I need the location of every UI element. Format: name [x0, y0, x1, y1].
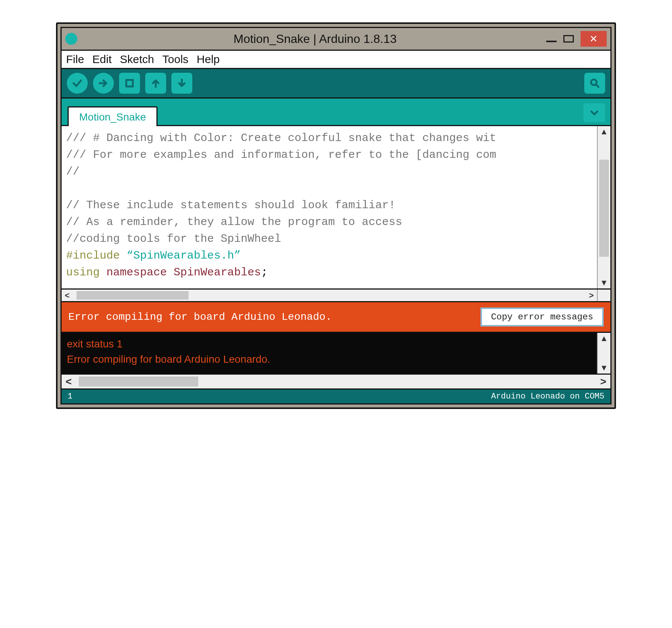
- code-line: // These include statements should look …: [66, 197, 592, 214]
- scroll-corner: [597, 290, 610, 301]
- hscroll-thumb[interactable]: [77, 291, 189, 300]
- scroll-up-icon[interactable]: ▲: [598, 127, 610, 137]
- editor-wrap: /// # Dancing with Color: Create colorfu…: [60, 126, 612, 290]
- console-line: exit status 1: [67, 337, 592, 352]
- console-line: Error compiling for board Arduino Leonar…: [67, 352, 592, 367]
- svg-rect-0: [126, 80, 133, 87]
- serial-monitor-button[interactable]: [584, 73, 605, 94]
- tab-active[interactable]: Motion_Snake: [68, 106, 158, 126]
- verify-button[interactable]: [67, 73, 88, 94]
- chevron-down-icon: [589, 107, 600, 118]
- board-port-status: Arduino Leonado on COM5: [491, 392, 604, 401]
- upload-button[interactable]: [93, 73, 114, 94]
- menubar: File Edit Sketch Tools Help: [60, 51, 612, 69]
- arrow-right-icon: [98, 78, 109, 89]
- new-button[interactable]: [119, 73, 140, 94]
- code-line: #include “SpinWearables.h”: [66, 247, 592, 264]
- arrow-up-icon: [150, 78, 161, 89]
- open-button[interactable]: [145, 73, 166, 94]
- copy-errors-button[interactable]: Copy error messages: [480, 307, 604, 327]
- menu-help[interactable]: Help: [197, 53, 220, 66]
- code-line: /// # Dancing with Color: Create colorfu…: [66, 130, 592, 147]
- arrow-down-icon: [176, 78, 187, 89]
- file-icon: [124, 78, 135, 89]
- editor-vertical-scrollbar[interactable]: ▲ ▼: [597, 126, 610, 288]
- hscroll-thumb[interactable]: [79, 377, 198, 387]
- code-editor[interactable]: /// # Dancing with Color: Create colorfu…: [62, 126, 597, 288]
- console-wrap: exit status 1Error compiling for board A…: [60, 333, 612, 375]
- app-window: Motion_Snake | Arduino 1.8.13 ✕ File Edi…: [56, 22, 616, 409]
- code-line: /// For more examples and information, r…: [66, 147, 592, 163]
- line-number: 1: [68, 392, 72, 401]
- scroll-down-icon[interactable]: ▼: [598, 278, 610, 288]
- menu-sketch[interactable]: Sketch: [120, 53, 154, 66]
- code-line: // As a reminder, they allow the program…: [66, 214, 592, 231]
- error-banner: Error compiling for board Arduino Leonad…: [60, 302, 612, 333]
- close-button[interactable]: ✕: [581, 31, 607, 47]
- menu-edit[interactable]: Edit: [92, 53, 112, 66]
- editor-horizontal-scrollbar[interactable]: < >: [60, 290, 612, 302]
- magnifier-icon: [589, 78, 600, 89]
- scroll-right-icon[interactable]: >: [586, 291, 597, 300]
- save-button[interactable]: [171, 73, 192, 94]
- code-line: //coding tools for the SpinWheel: [66, 231, 592, 247]
- scroll-thumb[interactable]: [599, 160, 609, 257]
- scroll-left-icon[interactable]: <: [62, 376, 76, 388]
- maximize-button[interactable]: [563, 35, 574, 43]
- check-icon: [72, 78, 83, 89]
- console-vertical-scrollbar[interactable]: ▲ ▼: [597, 333, 610, 374]
- status-bar: 1 Arduino Leonado on COM5: [60, 390, 612, 404]
- code-line: [66, 180, 592, 197]
- scroll-right-icon[interactable]: >: [596, 376, 610, 388]
- traffic-light-dot: [65, 33, 77, 45]
- menu-tools[interactable]: Tools: [162, 53, 189, 66]
- scroll-up-icon[interactable]: ▲: [600, 334, 608, 343]
- window-title: Motion_Snake | Arduino 1.8.13: [84, 32, 546, 46]
- window-controls: ✕: [546, 31, 607, 47]
- menu-file[interactable]: File: [66, 53, 84, 66]
- minimize-button[interactable]: [546, 41, 557, 42]
- scroll-down-icon[interactable]: ▼: [600, 363, 608, 373]
- error-message: Error compiling for board Arduino Leonad…: [68, 311, 332, 323]
- toolbar: [60, 69, 612, 99]
- scroll-left-icon[interactable]: <: [62, 291, 73, 300]
- tab-bar: Motion_Snake: [60, 99, 612, 126]
- console-output[interactable]: exit status 1Error compiling for board A…: [62, 333, 597, 374]
- code-line: //: [66, 163, 592, 180]
- console-horizontal-scrollbar[interactable]: < >: [60, 375, 612, 390]
- tab-menu-button[interactable]: [584, 103, 605, 122]
- code-line: using namespace SpinWearables;: [66, 264, 592, 281]
- titlebar: Motion_Snake | Arduino 1.8.13 ✕: [60, 27, 612, 51]
